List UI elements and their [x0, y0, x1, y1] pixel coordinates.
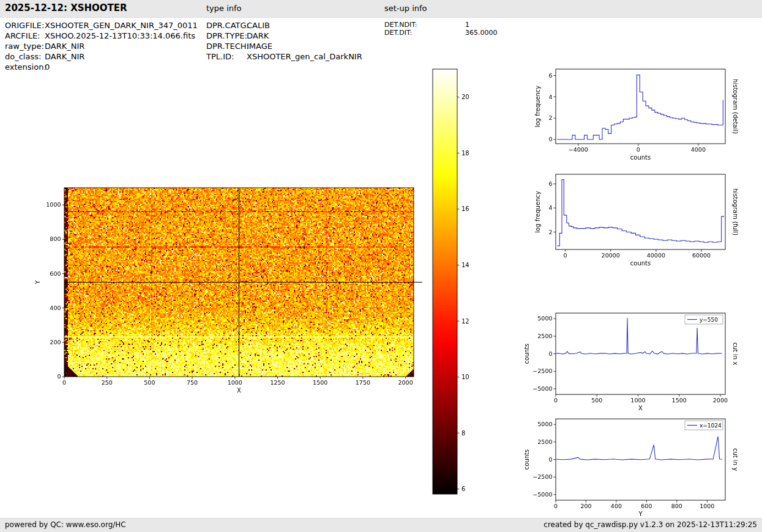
histogram-detail-frame — [556, 69, 725, 144]
histogram-full-curve — [558, 180, 725, 246]
metadata-row: ARCFILE:XSHOO.2025-12-13T10:33:14.066.fi… — [5, 31, 198, 41]
x-tick-label: 250 — [102, 379, 113, 386]
y-tick-label: −5000 — [532, 385, 552, 392]
x-tick-label: 1750 — [356, 379, 370, 386]
cut-in-x-curve — [556, 318, 722, 354]
x-tick-label: 200 — [580, 503, 591, 509]
footer-left-text: powered by QC: www.eso.org/HC — [5, 520, 126, 529]
x-tick-label: 0 — [637, 146, 640, 153]
metadata-row: DET.NDIT:1 — [384, 21, 498, 29]
histogram-detail-plot: −4000040000246countslog frequencyhistogr… — [534, 69, 739, 161]
x-tick-label: 2000 — [713, 397, 728, 404]
x-tick-label: 0 — [62, 379, 66, 386]
y-axis-label: counts — [523, 449, 530, 470]
x-axis-label: X — [237, 387, 241, 394]
metadata-label: extension: — [5, 62, 45, 72]
metadata-label: raw_type: — [5, 41, 45, 51]
y-tick-label: 4 — [548, 204, 552, 211]
cut-in-y-frame — [556, 419, 725, 500]
y-tick-label: 800 — [50, 235, 61, 242]
metadata-value: XSHOOTER_gen_cal_DarkNIR — [247, 52, 362, 61]
x-axis-label: X — [638, 405, 643, 412]
y-axis-label: log frequency — [534, 86, 541, 128]
histogram-full-plot: 0200004000060000246countslog frequencyhi… — [534, 174, 739, 267]
y-tick-label: 2500 — [537, 333, 552, 339]
metadata-file-block: ORIGFILE:XSHOOTER_GEN_DARK_NIR_347_0011 … — [5, 20, 198, 72]
y-tick-label: 1000 — [46, 201, 61, 208]
metadata-label: TPL.ID: — [206, 51, 247, 62]
y-tick-label: 0 — [57, 373, 61, 380]
x-tick-label: 750 — [187, 379, 198, 386]
x-tick-label: 1500 — [313, 379, 327, 386]
header-bar: 2025-12-12: XSHOOTER type info set-up in… — [0, 0, 762, 18]
colorbar-gradient — [433, 69, 457, 494]
colorbar-tick-label: 10 — [461, 374, 469, 380]
y-tick-label: 6 — [548, 72, 552, 79]
side-label: histogram (detail) — [732, 79, 739, 134]
colorbar-tick-label: 8 — [461, 430, 465, 437]
colorbar-tick-label: 18 — [461, 150, 469, 157]
x-tick-label: 1000 — [700, 503, 714, 509]
metadata-row: DPR.TYPE:DARK — [206, 31, 362, 41]
y-tick-label: −2500 — [532, 368, 552, 374]
metadata-value: DARK_NIR — [45, 52, 84, 61]
y-tick-label: 200 — [50, 339, 61, 345]
x-tick-label: 1000 — [228, 379, 242, 386]
side-label: histogram (full) — [732, 188, 739, 235]
y-tick-label: −2500 — [532, 473, 552, 480]
x-tick-label: 1000 — [630, 397, 645, 404]
x-axis-label: counts — [630, 260, 651, 267]
y-tick-label: 4 — [548, 94, 552, 100]
metadata-value: XSHOO.2025-12-13T10:33:14.066.fits — [45, 31, 195, 40]
metadata-row: do_class:DARK_NIR — [5, 51, 198, 62]
x-tick-label: 2000 — [398, 379, 413, 386]
metadata-row: DET.DIT:365.0000 — [384, 29, 498, 37]
metadata-value: DARK — [247, 31, 269, 40]
colorbar-tick-label: 16 — [461, 205, 469, 212]
x-tick-label: 0 — [564, 252, 567, 259]
metadata-value: 365.0000 — [465, 29, 498, 37]
x-tick-label: 40000 — [647, 252, 665, 259]
metadata-row: TPL.ID:XSHOOTER_gen_cal_DarkNIR — [206, 51, 362, 62]
cut-in-y-curve — [556, 437, 722, 460]
y-axis-label: counts — [523, 344, 530, 364]
y-tick-label: 0 — [548, 456, 552, 463]
y-axis-label: Y — [34, 280, 41, 285]
footer-right-text: created by qc_rawdisp.py v1.2.3 on 2025-… — [543, 520, 757, 529]
x-tick-label: 4000 — [691, 146, 706, 153]
cut-in-x-legend: y=550 — [685, 315, 723, 324]
metadata-label: DPR.CATG: — [206, 20, 247, 31]
x-axis-label: Y — [638, 511, 643, 517]
metadata-label: ARCFILE: — [5, 31, 45, 41]
x-tick-label: 500 — [144, 379, 155, 386]
legend-label: x=1024 — [700, 423, 722, 429]
x-tick-label: 20000 — [602, 252, 620, 259]
y-tick-label: 400 — [50, 305, 61, 311]
cut-in-x-plot: 0500100015002000−5000−2500025005000Xcoun… — [523, 313, 739, 412]
colorbar-tick-label: 6 — [461, 486, 465, 492]
type-info-heading: type info — [206, 4, 242, 13]
y-tick-label: 0 — [548, 136, 552, 142]
histogram-full-frame — [556, 174, 725, 249]
metadata-value: 0 — [45, 62, 50, 72]
legend-label: y=550 — [700, 317, 718, 323]
x-tick-label: 0 — [554, 503, 558, 509]
y-axis-label: log frequency — [534, 191, 541, 233]
page-title: 2025-12-12: XSHOOTER — [5, 2, 127, 13]
x-tick-label: 500 — [591, 397, 602, 404]
x-tick-label: 800 — [671, 503, 682, 509]
setup-info-heading: set-up info — [384, 4, 427, 13]
x-tick-label: 1250 — [270, 379, 285, 386]
metadata-label: DPR.TYPE: — [206, 31, 247, 41]
metadata-value: CALIB — [247, 21, 270, 30]
metadata-row: raw_type:DARK_NIR — [5, 41, 198, 51]
dark-frame-image — [64, 188, 414, 377]
metadata-row: DPR.TECH:IMAGE — [206, 41, 362, 51]
colorbar: 68101214161820 — [433, 69, 469, 494]
side-label: cut in y — [732, 448, 739, 471]
metadata-setup-block: DET.NDIT:1 DET.DIT:365.0000 — [384, 21, 498, 37]
x-tick-label: 0 — [554, 397, 558, 404]
x-axis-label: counts — [630, 154, 651, 161]
x-tick-label: 600 — [641, 503, 652, 509]
metadata-row: extension:0 — [5, 62, 198, 72]
